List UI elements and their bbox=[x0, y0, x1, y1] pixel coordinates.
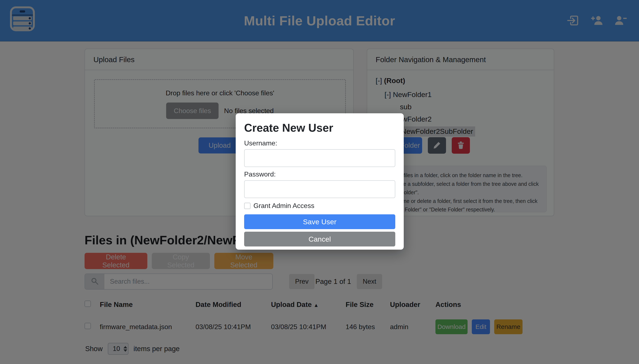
save-user-button[interactable]: Save User bbox=[244, 214, 395, 229]
grant-admin-checkbox[interactable] bbox=[244, 203, 250, 209]
grant-admin-label: Grant Admin Access bbox=[254, 202, 314, 210]
username-label: Username: bbox=[244, 139, 395, 147]
username-field[interactable] bbox=[244, 149, 395, 167]
password-field[interactable] bbox=[244, 180, 395, 198]
cancel-button[interactable]: Cancel bbox=[244, 232, 395, 246]
modal-title: Create New User bbox=[244, 121, 395, 134]
password-label: Password: bbox=[244, 170, 395, 178]
create-user-modal: Create New User Username: Password: Gran… bbox=[236, 113, 404, 250]
